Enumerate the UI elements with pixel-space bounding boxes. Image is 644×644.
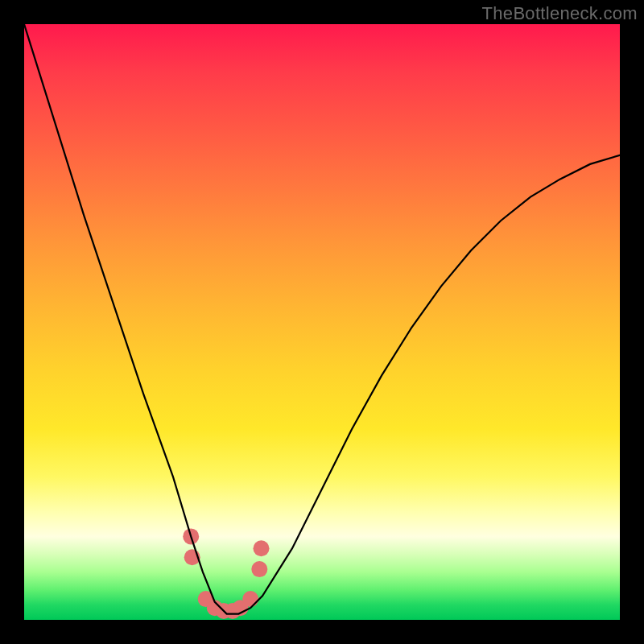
chart-frame: TheBottleneck.com xyxy=(0,0,644,644)
watermark-text: TheBottleneck.com xyxy=(482,3,638,24)
chart-marker xyxy=(254,540,270,556)
chart-marker xyxy=(251,561,267,577)
chart-markers xyxy=(183,528,269,619)
plot-area xyxy=(24,24,620,620)
bottleneck-curve-line xyxy=(24,24,620,614)
chart-svg xyxy=(24,24,620,620)
chart-marker xyxy=(242,591,258,607)
